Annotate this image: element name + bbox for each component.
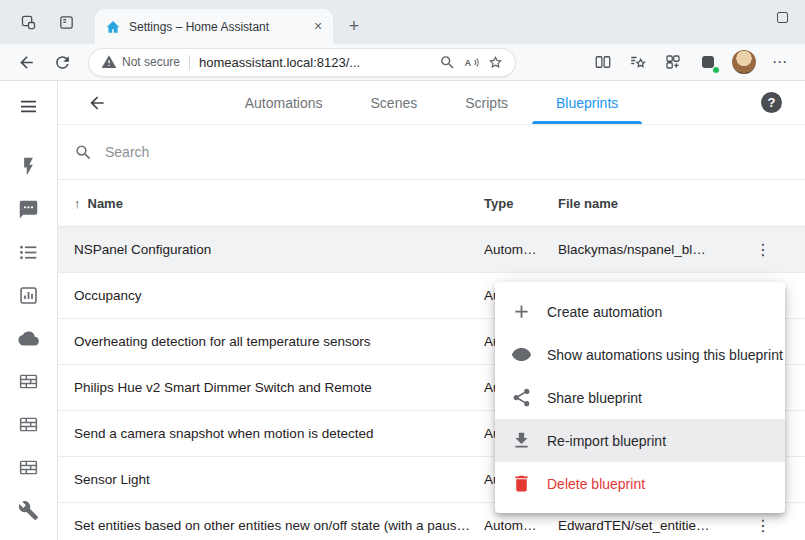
table-header: ↑ Name Type File name	[58, 180, 805, 227]
back-arrow-icon	[87, 93, 107, 113]
home-assistant-app: Automations Scenes Scripts Blueprints ? …	[0, 81, 805, 540]
sidebar-item-cloud[interactable]	[0, 317, 58, 360]
favorite-star-icon[interactable]	[483, 50, 507, 74]
chat-bubble-icon	[18, 199, 39, 220]
row-file: Blackymas/nspanel_blueprin…	[558, 242, 721, 257]
address-bar[interactable]: Not secure homeassistant.local:8123/... …	[88, 48, 516, 77]
column-header-name[interactable]: ↑ Name	[74, 196, 484, 211]
list-icon	[18, 242, 39, 263]
row-overflow-button[interactable]: ⋮	[748, 511, 778, 540]
plus-icon	[511, 301, 532, 322]
table-row[interactable]: NSPanel Configuration Autom… Blackymas/n…	[58, 227, 805, 273]
ha-back-button[interactable]	[80, 86, 114, 120]
not-secure-warning-icon	[101, 54, 117, 70]
row-name: Occupancy	[74, 288, 484, 303]
column-header-type[interactable]: Type	[484, 196, 558, 211]
lightning-icon	[18, 156, 39, 177]
wrench-icon	[18, 500, 39, 521]
menu-item-create-automation[interactable]: Create automation	[495, 290, 785, 333]
sidebar-item-logbook[interactable]	[0, 231, 58, 274]
browser-window: Settings – Home Assistant × + Not secure	[0, 0, 805, 540]
sidebar-item-bricks-2[interactable]	[0, 403, 58, 446]
browser-tab[interactable]: Settings – Home Assistant ×	[95, 9, 333, 44]
search-icon	[74, 143, 93, 162]
security-label[interactable]: Not secure	[122, 55, 180, 69]
brick-wall-icon	[18, 457, 39, 478]
menu-item-reimport-blueprint[interactable]: Re-import blueprint	[495, 419, 785, 462]
sidebar-menu-button[interactable]	[12, 91, 46, 121]
window-controls	[759, 0, 805, 34]
maximize-icon	[777, 12, 788, 23]
brick-wall-icon	[18, 414, 39, 435]
profile-avatar[interactable]	[732, 50, 756, 74]
ha-content: Automations Scenes Scripts Blueprints ? …	[58, 81, 805, 540]
tab-scenes[interactable]: Scenes	[347, 81, 442, 124]
cloud-icon	[18, 328, 39, 349]
download-icon	[511, 430, 532, 451]
sidebar-nav	[0, 145, 58, 532]
extension-status-dot	[712, 66, 720, 74]
row-context-menu: Create automation Show automations using…	[495, 282, 785, 513]
url-text[interactable]: homeassistant.local:8123/...	[199, 55, 435, 70]
ha-tab-bar: Automations Scenes Scripts Blueprints	[221, 81, 643, 124]
split-screen-icon[interactable]	[592, 51, 614, 73]
share-icon	[511, 387, 532, 408]
eye-icon	[511, 344, 532, 365]
row-overflow-button[interactable]: ⋮	[748, 235, 778, 265]
row-name: Set entities based on other entities new…	[74, 518, 484, 533]
refresh-icon	[53, 53, 72, 72]
tab-blueprints[interactable]: Blueprints	[532, 81, 642, 124]
browser-toolbar: Not secure homeassistant.local:8123/... …	[0, 44, 805, 81]
row-type: Autom…	[484, 518, 558, 533]
search-bar	[58, 125, 805, 180]
favorites-icon[interactable]	[627, 51, 649, 73]
tab-close-icon[interactable]: ×	[309, 18, 327, 36]
browser-titlebar: Settings – Home Assistant × +	[0, 0, 805, 44]
row-name: Philips Hue v2 Smart Dimmer Switch and R…	[74, 380, 484, 395]
tab-actions-icon[interactable]	[55, 11, 77, 33]
sidebar-item-history[interactable]	[0, 274, 58, 317]
sidebar-item-developer-tools[interactable]	[0, 489, 58, 532]
back-arrow-icon	[17, 53, 36, 72]
new-tab-button[interactable]: +	[341, 13, 367, 39]
row-name: NSPanel Configuration	[74, 242, 484, 257]
help-icon[interactable]: ?	[761, 92, 782, 113]
extension-badge-icon[interactable]	[697, 51, 719, 73]
row-name: Overheating detection for all temperatur…	[74, 334, 484, 349]
menu-item-share-blueprint[interactable]: Share blueprint	[495, 376, 785, 419]
sidebar-item-bricks-3[interactable]	[0, 446, 58, 489]
workspaces-icon[interactable]	[17, 11, 39, 33]
sidebar-item-bricks-1[interactable]	[0, 360, 58, 403]
menu-item-show-automations[interactable]: Show automations using this blueprint	[495, 333, 785, 376]
zoom-icon[interactable]	[435, 50, 459, 74]
search-input[interactable]	[105, 144, 789, 160]
column-header-file[interactable]: File name	[558, 196, 721, 211]
row-type: Autom…	[484, 242, 558, 257]
toolbar-right-cluster: ⋯	[592, 50, 795, 74]
row-file: EdwardTEN/set_entities_bas…	[558, 518, 721, 533]
ha-header: Automations Scenes Scripts Blueprints ?	[58, 81, 805, 125]
tab-scripts[interactable]: Scripts	[441, 81, 532, 124]
divider	[189, 55, 190, 70]
maximize-button[interactable]	[759, 0, 805, 34]
tab-automations[interactable]: Automations	[221, 81, 347, 124]
back-button[interactable]	[10, 47, 42, 77]
sidebar-item-assist[interactable]	[0, 188, 58, 231]
sort-ascending-icon: ↑	[74, 196, 81, 211]
menu-item-delete-blueprint[interactable]: Delete blueprint	[495, 462, 785, 505]
row-name: Send a camera snapshot when motion is de…	[74, 426, 484, 441]
browser-menu-icon[interactable]: ⋯	[769, 51, 791, 73]
ha-sidebar	[0, 81, 58, 540]
chart-box-icon	[18, 285, 39, 306]
refresh-button[interactable]	[46, 47, 78, 77]
brick-wall-icon	[18, 371, 39, 392]
extensions-icon[interactable]	[662, 51, 684, 73]
sidebar-item-energy[interactable]	[0, 145, 58, 188]
hamburger-icon	[18, 96, 39, 117]
home-assistant-favicon	[105, 19, 121, 35]
row-name: Sensor Light	[74, 472, 484, 487]
read-aloud-icon[interactable]: A	[459, 50, 483, 74]
svg-text:A: A	[464, 58, 471, 68]
trash-icon	[511, 473, 532, 494]
tab-title: Settings – Home Assistant	[129, 20, 301, 34]
